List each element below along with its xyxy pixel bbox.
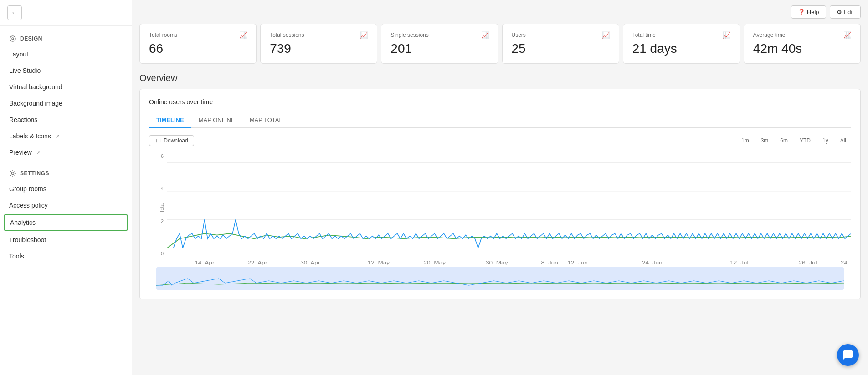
sidebar-item-layout[interactable]: Layout xyxy=(0,46,132,62)
chat-bubble[interactable] xyxy=(837,344,859,366)
chart-icon: 📈 xyxy=(723,31,730,39)
stat-card-total-time-header: Total time 📈 xyxy=(632,31,730,39)
sidebar: ← DESIGN Layout Live Studio Virtual back… xyxy=(0,0,132,375)
svg-text:12. Jul: 12. Jul xyxy=(730,260,748,266)
minimap-svg xyxy=(156,267,844,290)
help-button[interactable]: ❓ Help xyxy=(791,5,826,19)
stat-card-total-rooms: Total rooms 📈 66 xyxy=(139,24,257,64)
sidebar-item-analytics[interactable]: Analytics xyxy=(4,214,128,231)
sidebar-item-tools[interactable]: Tools xyxy=(0,248,132,264)
svg-point-1 xyxy=(12,38,14,40)
chart-icon: 📈 xyxy=(602,31,610,39)
download-icon: ↓ xyxy=(155,137,158,144)
filter-6m[interactable]: 6m xyxy=(775,136,793,146)
tab-map-total[interactable]: MAP TOTAL xyxy=(242,113,290,128)
external-link-icon: ↗ xyxy=(56,133,60,139)
chart-icon: 📈 xyxy=(239,31,247,39)
y-tick-2: 2 xyxy=(149,218,164,224)
chart-controls: ↓ ↓ Download 1m 3m 6m YTD 1y All xyxy=(149,135,851,146)
stat-card-average-time-header: Average time 📈 xyxy=(753,31,851,39)
chart-icon: 📈 xyxy=(481,31,489,39)
stat-card-total-rooms-value: 66 xyxy=(149,41,247,56)
design-section-title: DESIGN xyxy=(0,26,132,46)
sidebar-item-troubleshoot[interactable]: Troubleshoot xyxy=(0,232,132,248)
svg-rect-19 xyxy=(156,267,844,290)
svg-text:26. Jul: 26. Jul xyxy=(798,260,817,266)
time-filters: 1m 3m 6m YTD 1y All xyxy=(736,136,851,146)
svg-text:8. Jun: 8. Jun xyxy=(541,260,558,266)
y-tick-0: 0 xyxy=(149,251,164,256)
svg-text:24. Jun: 24. Jun xyxy=(642,260,663,266)
chart-svg: 14. Apr 22. Apr 30. Apr 12. May 20. May … xyxy=(167,153,851,267)
overview-section: Overview xyxy=(132,66,868,89)
filter-1m[interactable]: 1m xyxy=(736,136,754,146)
topbar: ❓ Help ⚙ Edit xyxy=(784,0,868,24)
y-axis: 0 2 4 6 xyxy=(149,153,167,267)
svg-text:12. Jun: 12. Jun xyxy=(567,260,588,266)
chart-title: Online users over time xyxy=(149,98,851,106)
y-axis-label: Total xyxy=(159,203,164,213)
stats-row: Total rooms 📈 66 Total sessions 📈 739 Si… xyxy=(132,0,868,66)
stat-card-single-sessions: Single sessions 📈 201 xyxy=(381,24,498,64)
stat-card-users-value: 25 xyxy=(512,41,610,56)
stat-card-single-sessions-header: Single sessions 📈 xyxy=(390,31,488,39)
sidebar-item-access-policy[interactable]: Access policy xyxy=(0,197,132,213)
chart-svg-container: Total 14. Apr 22. Apr 30. Apr 12. May xyxy=(167,153,851,267)
svg-text:20. May: 20. May xyxy=(423,260,446,266)
tab-timeline[interactable]: TIMELINE xyxy=(149,113,191,128)
stat-card-total-sessions: Total sessions 📈 739 xyxy=(260,24,377,64)
svg-point-2 xyxy=(12,172,14,175)
stat-card-total-time-value: 21 days xyxy=(632,41,730,56)
svg-text:24.: 24. xyxy=(841,260,849,266)
chart-icon: 📈 xyxy=(843,31,851,39)
filter-1y[interactable]: 1y xyxy=(817,136,833,146)
stat-card-total-sessions-header: Total sessions 📈 xyxy=(270,31,368,39)
sidebar-item-live-studio[interactable]: Live Studio xyxy=(0,62,132,79)
chart-area: 0 2 4 6 Total xyxy=(149,153,851,267)
edit-button[interactable]: ⚙ Edit xyxy=(830,5,861,19)
sidebar-item-virtual-background[interactable]: Virtual background xyxy=(0,79,132,95)
y-tick-4: 4 xyxy=(149,186,164,191)
chart-minimap[interactable] xyxy=(156,267,844,290)
filter-3m[interactable]: 3m xyxy=(756,136,774,146)
stat-card-average-time: Average time 📈 42m 40s xyxy=(744,24,861,64)
stat-card-single-sessions-value: 201 xyxy=(390,41,488,56)
filter-all[interactable]: All xyxy=(835,136,851,146)
sidebar-item-preview[interactable]: Preview ↗ xyxy=(0,144,132,161)
gear-icon: ⚙ xyxy=(837,9,842,15)
back-button[interactable]: ← xyxy=(7,5,22,20)
stat-card-users: Users 📈 25 xyxy=(502,24,619,64)
tab-map-online[interactable]: MAP ONLINE xyxy=(191,113,242,128)
download-button[interactable]: ↓ ↓ Download xyxy=(149,135,194,146)
sidebar-item-reactions[interactable]: Reactions xyxy=(0,111,132,128)
external-link-icon: ↗ xyxy=(36,150,41,156)
chart-tabs: TIMELINE MAP ONLINE MAP TOTAL xyxy=(149,113,851,128)
chat-icon xyxy=(842,350,853,360)
overview-title: Overview xyxy=(139,73,861,83)
svg-text:30. May: 30. May xyxy=(486,260,508,266)
svg-text:14. Apr: 14. Apr xyxy=(195,260,214,266)
svg-text:22. Apr: 22. Apr xyxy=(247,260,267,266)
svg-text:30. Apr: 30. Apr xyxy=(300,260,320,266)
stat-card-users-header: Users 📈 xyxy=(512,31,610,39)
sidebar-item-background-image[interactable]: Background image xyxy=(0,95,132,111)
chart-card: Online users over time TIMELINE MAP ONLI… xyxy=(139,89,861,299)
stat-card-total-time: Total time 📈 21 days xyxy=(623,24,740,64)
sidebar-back-section: ← xyxy=(0,0,132,26)
filter-ytd[interactable]: YTD xyxy=(795,136,816,146)
svg-text:12. May: 12. May xyxy=(368,260,390,266)
sidebar-item-group-rooms[interactable]: Group rooms xyxy=(0,181,132,197)
sidebar-item-labels-icons[interactable]: Labels & Icons ↗ xyxy=(0,128,132,144)
chart-icon: 📈 xyxy=(360,31,368,39)
help-icon: ❓ xyxy=(798,9,805,15)
main-content: ❓ Help ⚙ Edit Total rooms 📈 66 Total ses… xyxy=(132,0,868,375)
svg-point-0 xyxy=(10,36,15,41)
y-tick-6: 6 xyxy=(149,153,164,159)
stat-card-average-time-value: 42m 40s xyxy=(753,41,851,56)
stat-card-total-rooms-header: Total rooms 📈 xyxy=(149,31,247,39)
stat-card-total-sessions-value: 739 xyxy=(270,41,368,56)
settings-section-title: SETTINGS xyxy=(0,161,132,181)
